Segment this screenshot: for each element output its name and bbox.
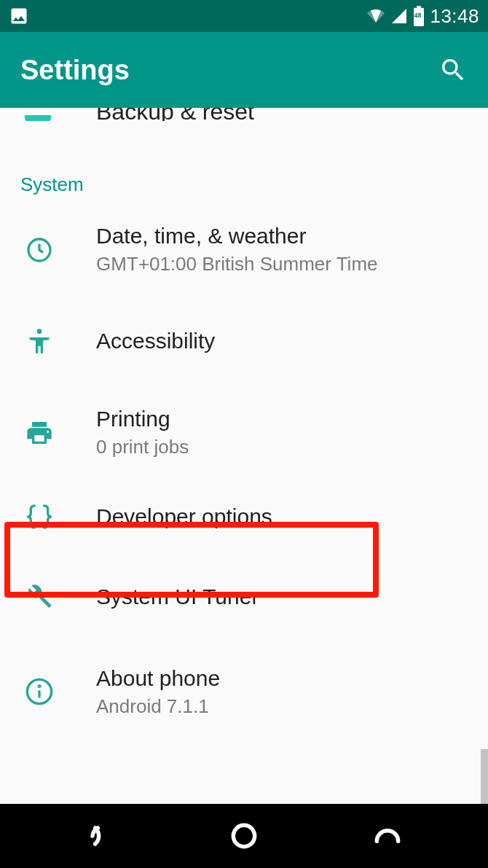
list-item-title: System UI Tuner bbox=[96, 584, 488, 609]
navigation-bar bbox=[0, 804, 488, 868]
list-item-subtitle: Android 7.1.1 bbox=[96, 695, 488, 718]
scrollbar[interactable] bbox=[481, 749, 488, 804]
image-notification-icon bbox=[9, 6, 29, 26]
battery-level-text: 48 bbox=[414, 12, 421, 19]
list-item-title: Date, time, & weather bbox=[96, 224, 488, 249]
home-button[interactable] bbox=[228, 820, 260, 852]
back-button[interactable] bbox=[84, 820, 117, 852]
backup-icon bbox=[25, 115, 51, 121]
list-item-title: About phone bbox=[96, 666, 488, 691]
list-item-subtitle: 0 print jobs bbox=[96, 436, 488, 458]
list-item-subtitle: GMT+01:00 British Summer Time bbox=[96, 253, 488, 275]
list-item-developer-options[interactable]: Developer options bbox=[0, 480, 488, 553]
braces-icon bbox=[25, 502, 54, 531]
list-item-about-phone[interactable]: About phone Android 7.1.1 bbox=[0, 641, 488, 728]
svg-point-5 bbox=[233, 825, 254, 846]
section-header-system: System bbox=[0, 121, 488, 202]
printer-icon bbox=[25, 418, 54, 447]
search-icon[interactable] bbox=[438, 55, 468, 85]
page-title: Settings bbox=[20, 55, 130, 86]
wifi-icon bbox=[366, 7, 386, 25]
clock-text: 13:48 bbox=[430, 5, 479, 28]
list-item-accessibility[interactable]: Accessibility bbox=[0, 297, 488, 385]
list-item-title: Printing bbox=[96, 407, 488, 431]
status-bar: 48 13:48 bbox=[0, 0, 488, 32]
app-bar: Settings bbox=[0, 32, 488, 108]
svg-point-1 bbox=[37, 329, 42, 334]
list-item-cutoff[interactable]: Backup & reset bbox=[0, 108, 488, 121]
wrench-icon bbox=[25, 582, 54, 611]
info-icon bbox=[25, 677, 54, 706]
list-item-datetime[interactable]: Date, time, & weather GMT+01:00 British … bbox=[0, 202, 488, 297]
battery-icon: 48 bbox=[412, 6, 425, 26]
list-item-title: Accessibility bbox=[96, 329, 488, 353]
list-item-system-ui-tuner[interactable]: System UI Tuner bbox=[0, 553, 488, 641]
list-item-title: Backup & reset bbox=[96, 108, 254, 121]
recents-button[interactable] bbox=[371, 820, 404, 852]
list-item-printing[interactable]: Printing 0 print jobs bbox=[0, 385, 488, 480]
clock-icon bbox=[25, 235, 54, 265]
cell-signal-icon bbox=[390, 7, 408, 25]
accessibility-icon bbox=[25, 327, 54, 356]
settings-list[interactable]: Backup & reset System Date, time, & weat… bbox=[0, 108, 488, 804]
svg-point-4 bbox=[39, 686, 40, 687]
list-item-title: Developer options bbox=[96, 504, 488, 529]
